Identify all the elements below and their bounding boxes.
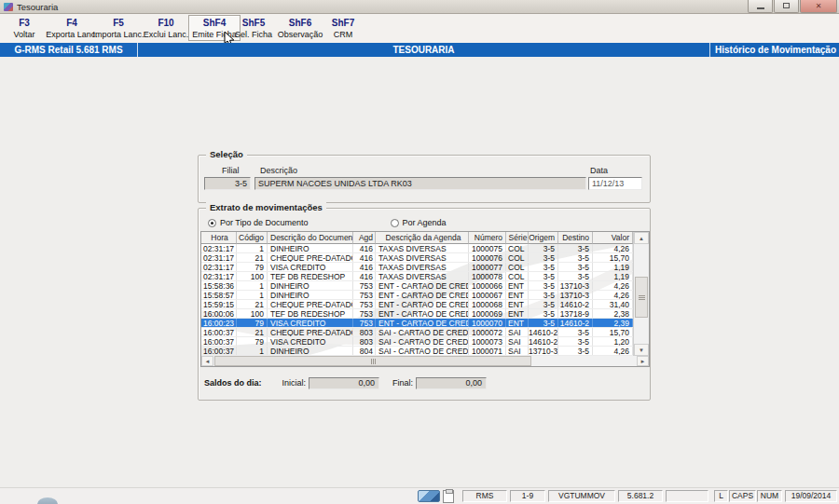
table-cell: 79 [237,337,268,346]
inicial-label: Inicial: [282,378,307,388]
column-header[interactable]: Descrição do Documento [268,232,353,244]
vertical-scroll-thumb[interactable] [635,277,648,318]
table-row[interactable]: 02:31:1779VISA CREDITO416TAXAS DIVERSAS1… [201,263,633,272]
toolbar-key-label: ShF7 [332,17,354,29]
table-cell: 416 [353,244,376,252]
toolbar-action-label: Observação [278,29,323,40]
table-cell: 753 [353,319,376,327]
scroll-right-icon[interactable]: ► [637,356,649,366]
table-cell: 1 [237,347,268,355]
table-row[interactable]: 02:31:1721CHEQUE PRE-DATADO416TAXAS DIVE… [201,253,633,263]
table-cell: 3-5 [529,281,558,290]
radio-por-tipo-documento[interactable]: Por Tipo de Documento [208,218,309,227]
filial-label: Filial [222,166,240,175]
table-cell: 3-5 [529,263,558,271]
data-label: Data [590,166,608,175]
table-cell: 416 [353,272,376,280]
table-cell: ENT - CARTAO DE CREDITO POS [376,300,469,308]
column-header[interactable]: Descrição da Agenda [376,232,469,244]
app-icon [4,3,13,11]
table-cell: 100 [237,309,268,318]
column-header[interactable]: Hora [201,232,237,244]
table-cell: TAXAS DIVERSAS [376,272,469,280]
column-header[interactable]: Agd [353,232,376,244]
table-cell: 02:31:17 [201,244,237,252]
table-row[interactable]: 02:31:17100TEF DB REDESHOP416TAXAS DIVER… [201,272,633,281]
table-cell: 3-5 [529,309,558,318]
table-cell: 753 [353,281,376,290]
function-key-toolbar: F3VoltarF4Exporta Lanc.F5Importa Lanc.F1… [0,14,839,43]
table-cell: 100 [237,272,268,280]
restore-button[interactable] [774,0,799,13]
toolbar-action-label: Voltar [13,29,34,40]
table-row[interactable]: 16:00:3721CHEQUE PRE-DATADO803SAI - CART… [201,328,633,337]
table-cell: 3-5 [558,253,593,262]
table-cell: 1000076 [469,253,506,262]
table-cell: 1000078 [469,272,506,280]
table-row[interactable]: 16:00:2379VISA CREDITO753ENT - CARTAO DE… [201,319,633,328]
table-row[interactable]: 02:31:171DINHEIRO416TAXAS DIVERSAS100007… [201,244,633,253]
horizontal-scrollbar[interactable]: ◄ ► [201,355,649,366]
table-cell: 1,19 [593,272,633,280]
table-cell: 21 [237,253,268,262]
table-cell: 14610-2 [529,337,558,346]
minimize-button[interactable] [748,0,773,13]
table-row[interactable]: 16:00:06100TEF DB REDESHOP753ENT - CARTA… [201,309,633,319]
clipboard-icon[interactable] [443,490,454,503]
column-header[interactable]: Série [506,232,529,244]
toolbar-buttons: F3VoltarF4Exporta Lanc.F5Importa Lanc.F1… [0,14,839,43]
scroll-up-icon[interactable]: ▲ [634,232,649,244]
movimentacoes-grid: HoraCódigoDescrição do DocumentoAgdDescr… [200,231,650,367]
vertical-scrollbar[interactable]: ▲ ▼ [633,232,649,356]
filial-field[interactable]: 3-5 [204,177,251,190]
table-cell: 15:58:57 [201,291,237,299]
toolbar-action-label: Sel. Ficha [235,29,272,40]
module-title: TESOURARIA [139,43,708,57]
filter-radio-group: Por Tipo de Documento Por Agenda [208,218,447,227]
radio-selected-icon [208,219,216,227]
table-cell: CHEQUE PRE-DATADO [268,300,353,308]
selecao-groupbox: Seleção Filial 3-5 Descrição SUPERM NACO… [198,155,651,203]
app-header-bar: G-RMS Retail 5.681 RMS TESOURARIA Histór… [0,43,839,57]
descricao-field[interactable]: SUPERM NACOES UNIDAS LTDA RK03 [254,177,586,190]
table-row[interactable]: 15:58:571DINHEIRO753ENT - CARTAO DE CRED… [201,291,633,300]
table-cell: 1000067 [469,291,506,299]
column-header[interactable]: Origem [529,232,558,244]
column-header[interactable]: Destino [558,232,593,244]
table-cell: 2,39 [593,319,633,327]
scroll-left-icon[interactable]: ◄ [201,356,213,366]
table-cell: 3-5 [558,244,593,252]
data-field[interactable]: 11/12/13 [588,177,642,190]
table-row[interactable]: 15:58:361DINHEIRO753ENT - CARTAO DE CRED… [201,281,633,291]
final-field: 0,00 [416,377,487,389]
table-row[interactable]: 16:00:3779VISA CREDITO803SAI - CARTAO DE… [201,337,633,347]
table-cell: 753 [353,300,376,308]
table-cell: 21 [237,300,268,308]
table-cell: 16:00:37 [201,328,237,336]
table-cell: SAI - CARTAO DE CREDITO TEF [376,347,469,355]
folder-icon[interactable] [418,490,440,502]
table-cell: 3-5 [558,272,593,280]
table-cell: 1000072 [469,328,506,336]
status-segment: 5.681.2 [618,490,663,502]
horizontal-scroll-thumb[interactable] [214,356,531,366]
table-cell: 1000070 [469,319,506,327]
radio-por-agenda[interactable]: Por Agenda [391,218,447,227]
table-cell: CHEQUE PRE-DATADO [268,328,353,336]
table-cell: ENT [506,319,529,327]
status-segment: CAPS [729,490,756,502]
column-header[interactable]: Valor [593,232,633,244]
column-header[interactable]: Código [237,232,268,244]
status-segment: 1-9 [510,490,545,502]
table-cell: TEF DB REDESHOP [268,272,353,280]
table-row[interactable]: 16:00:371DINHEIRO804SAI - CARTAO DE CRED… [201,347,633,356]
table-cell: 3-5 [529,291,558,299]
column-header[interactable]: Número [469,232,506,244]
toolbar-button-shf7[interactable]: ShF7CRM [321,15,365,41]
close-button[interactable]: ✕ [800,0,837,13]
table-cell: 1000066 [469,281,506,290]
table-cell: DINHEIRO [268,244,353,252]
table-cell: 14610-2 [529,328,558,336]
table-row[interactable]: 15:59:1521CHEQUE PRE-DATADO753ENT - CART… [201,300,633,309]
descricao-label: Descrição [260,166,297,175]
